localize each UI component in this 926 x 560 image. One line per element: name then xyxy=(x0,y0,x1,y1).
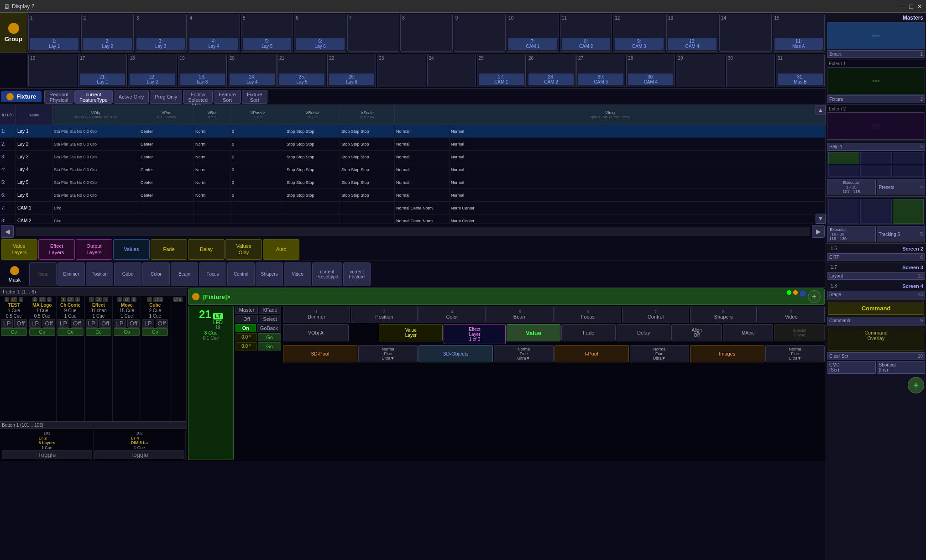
fixture-sort-button[interactable]: Fixture Sort xyxy=(242,90,267,104)
off-button[interactable]: Off xyxy=(235,315,258,323)
group2-btn-16[interactable]: 16 xyxy=(28,54,77,87)
table-row[interactable]: 1: Lay 1 Sta Plar Sta No 0.0 Cro Center … xyxy=(0,125,826,138)
fader5-off-button[interactable]: Off xyxy=(127,319,140,328)
effect-layers-tab[interactable]: Effect Layers xyxy=(38,239,75,260)
select-button[interactable]: Select xyxy=(259,315,281,323)
group2-btn-17[interactable]: 17 21:Lay 1 xyxy=(78,54,127,87)
table-row[interactable]: 5: Lay 5 Sta Plar Sta No 0.0 Cro Center … xyxy=(0,176,826,189)
fader3-lp-button[interactable]: LP xyxy=(58,319,69,328)
auto-tab[interactable]: Auto xyxy=(263,239,299,260)
color-ch-button[interactable]: 4 Color xyxy=(419,306,486,323)
mask-current-presettype-button[interactable]: currentPresettype xyxy=(312,262,342,286)
scroll-up-button[interactable]: ▲ xyxy=(816,105,826,115)
fader1-go-button[interactable]: Go xyxy=(1,328,27,336)
mask-shapers-button[interactable]: Shapers xyxy=(256,262,283,286)
group2-btn-30[interactable]: 30 xyxy=(726,54,775,87)
effect-layer-button[interactable]: Effect Layer 1 of 3 xyxy=(444,324,506,344)
current-feature-button[interactable]: current FeatureType xyxy=(74,90,113,104)
normal-fine-ultra-3[interactable]: Norma Fine Ultra▼ xyxy=(630,345,689,362)
group-btn-13[interactable]: 13 10:CAM 4 xyxy=(666,14,718,52)
fader1-lp-button[interactable]: LP xyxy=(1,319,13,328)
mask-position-button[interactable]: Position xyxy=(86,262,113,286)
normal-fine-ultra-2[interactable]: Norma Fine Ultra▼ xyxy=(494,345,553,362)
toggle-btn-2[interactable]: Toggle xyxy=(94,450,185,459)
fader2-off-button[interactable]: Off xyxy=(42,319,55,328)
group-btn-7[interactable]: 7 xyxy=(347,14,399,52)
mask-video-button[interactable]: Video xyxy=(284,262,311,286)
maximize-button[interactable]: □ xyxy=(910,3,913,10)
fader6-lp-button[interactable]: LP xyxy=(142,319,154,328)
group2-btn-29[interactable]: 29 xyxy=(676,54,725,87)
group-btn-9[interactable]: 9 xyxy=(454,14,506,52)
minimize-button[interactable]: — xyxy=(900,3,906,10)
group2-btn-22[interactable]: 22 26:Lay 6 xyxy=(327,54,376,87)
group-btn-2[interactable]: 2 2:Lay 2 xyxy=(81,14,133,52)
go-button-2[interactable]: Go xyxy=(258,342,281,351)
group-btn-12[interactable]: 12 9:CAM 3 xyxy=(613,14,665,52)
group2-btn-23[interactable]: 23 xyxy=(377,54,426,87)
mask-color-button[interactable]: Color xyxy=(142,262,170,286)
group-btn-6[interactable]: 6 6:Lay 6 xyxy=(294,14,346,52)
group2-btn-20[interactable]: 20 24:Lay 4 xyxy=(228,54,277,87)
group-btn-3[interactable]: 3 3:Lay 3 xyxy=(135,14,187,52)
table-row[interactable]: 4: Lay 4 Sta Plar Sta No 0.0 Cro Center … xyxy=(0,163,826,176)
executor2-button[interactable]: Executor 16 - 30 116 - 130 xyxy=(827,226,876,242)
group2-btn-26[interactable]: 26 28:CAM 2 xyxy=(527,54,575,87)
values-tab[interactable]: Values xyxy=(113,239,150,260)
group-btn-4[interactable]: 4 4:Lay 4 xyxy=(188,14,240,52)
follow-selected-button[interactable]: Follow Selected Mask xyxy=(183,90,213,104)
fader6-off-button[interactable]: Off xyxy=(156,319,168,328)
toggle-btn-1[interactable]: Toggle xyxy=(2,450,92,459)
shapers-ch-button[interactable]: 8 Shapers xyxy=(690,306,757,323)
fixture-button[interactable]: Fixture 2 xyxy=(827,95,925,103)
mask-control-button[interactable]: Control xyxy=(227,262,255,286)
presets-button[interactable]: Presets 4 xyxy=(877,179,926,195)
group2-btn-27[interactable]: 27 29:CAM 3 xyxy=(576,54,625,87)
on-button[interactable]: On xyxy=(235,324,256,332)
fader4-lp-button[interactable]: LP xyxy=(86,319,98,328)
special-dialog-button[interactable]: Special Dialog xyxy=(774,324,825,341)
fade-action-button[interactable]: Fade xyxy=(561,324,616,341)
scroll-track[interactable] xyxy=(16,227,810,236)
control-ch-button[interactable]: 7 Control xyxy=(622,306,689,323)
value-action-button[interactable]: Value xyxy=(507,324,561,341)
tracking-button[interactable]: Tracking S 5 xyxy=(877,226,926,242)
scroll-right-button[interactable]: ▶ xyxy=(812,225,825,238)
mask-gobo-button[interactable]: Gobo xyxy=(114,262,141,286)
executor1-button[interactable]: Executor 1 - 15 101 - 115 xyxy=(827,179,876,195)
fade-tab[interactable]: Fade xyxy=(151,239,187,260)
fader5-go-button[interactable]: Go xyxy=(114,328,140,336)
3d-pool-button[interactable]: 3D-Pool xyxy=(283,345,357,362)
table-row[interactable]: 3: Lay 3 Sta Plar Sta No 0.0 Cro Center … xyxy=(0,151,826,163)
group-btn-5[interactable]: 5 5:Lay 5 xyxy=(241,14,293,52)
value-layers-tab[interactable]: Value Layers xyxy=(1,239,37,260)
table-row[interactable]: 7: CAM 1 Circ Normal Cente Norm. Norm Ce… xyxy=(0,202,826,215)
clear-scr-button[interactable]: Clear Scr 10 xyxy=(827,352,925,360)
mask-dimmer-button[interactable]: Dimmer xyxy=(58,262,85,286)
layout-button[interactable]: Layout 12 xyxy=(827,272,925,280)
group2-btn-28[interactable]: 28 30:CAM 4 xyxy=(626,54,675,87)
stage-button[interactable]: Stage 13 xyxy=(827,291,925,298)
normal-fine-ultra-1[interactable]: Norma Fine Ultra▼ xyxy=(358,345,418,362)
images-button[interactable]: Images xyxy=(690,345,764,362)
group2-btn-19[interactable]: 19 23:Lay 3 xyxy=(178,54,227,87)
group2-btn-24[interactable]: 24 xyxy=(427,54,476,87)
cmd-scr-button[interactable]: CMD (Scr) xyxy=(827,361,876,374)
scroll-down-button[interactable]: ▼ xyxy=(816,214,826,224)
table-row[interactable]: 6: Lay 6 Sta Plar Sta No 0.0 Cro Center … xyxy=(0,189,826,202)
group2-btn-25[interactable]: 25 27:CAM 1 xyxy=(477,54,526,87)
focus-ch-button[interactable]: 6 Focus xyxy=(555,306,622,323)
shortcut-button[interactable]: Shortcut (Ins) xyxy=(877,361,926,374)
align-off-button[interactable]: Align Off xyxy=(671,324,722,341)
fader2-go-button[interactable]: Go xyxy=(29,328,55,336)
feature-sort-button[interactable]: Feature Sort xyxy=(214,90,241,104)
group-btn-11[interactable]: 11 8:CAM 2 xyxy=(560,14,612,52)
mask-beam-button[interactable]: Beam xyxy=(171,262,198,286)
position-ch-button[interactable]: 2 Position xyxy=(351,306,418,323)
table-row[interactable]: 2: Lay 2 Sta Plar Sta No 0.0 Cro Center … xyxy=(0,138,826,151)
command-button[interactable]: Command 9 xyxy=(827,317,925,324)
group-btn-1[interactable]: 1 1:Lay 1 xyxy=(28,14,80,52)
fader3-off-button[interactable]: Off xyxy=(71,319,84,328)
add-button[interactable]: + xyxy=(808,290,821,303)
prog-only-button[interactable]: Prog Only xyxy=(150,90,182,104)
